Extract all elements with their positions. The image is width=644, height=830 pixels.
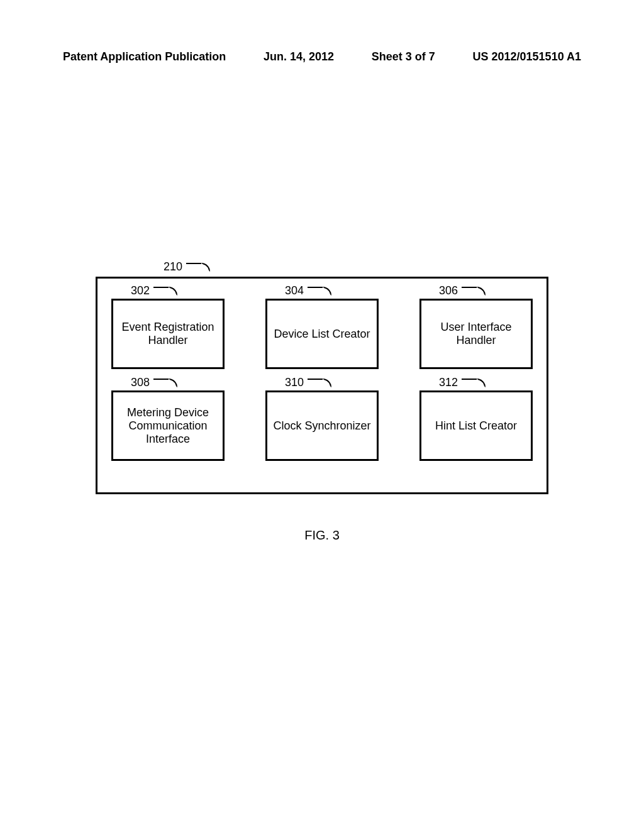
leader-line-icon (462, 379, 486, 387)
ref-label-306: 306 (439, 284, 486, 297)
header-sheet: Sheet 3 of 7 (372, 50, 435, 64)
ref-306: 306 (439, 284, 458, 297)
leader-line-icon (308, 287, 331, 296)
box-metering-device-communication-interface: 308 Metering Device Communication Interf… (111, 390, 225, 461)
label-312: Hint List Creator (435, 419, 517, 433)
box-event-registration-handler: 302 Event Registration Handler (111, 299, 225, 369)
ref-label-304: 304 (285, 284, 331, 297)
ref-label-310: 310 (285, 376, 331, 389)
header-docnum: US 2012/0151510 A1 (473, 50, 581, 64)
label-308: Metering Device Communication Interface (116, 406, 220, 446)
ref-308: 308 (131, 376, 150, 389)
ref-312: 312 (439, 376, 458, 389)
leader-line-icon (308, 379, 331, 387)
leader-line-icon (153, 379, 177, 387)
figure-caption: FIG. 3 (0, 528, 644, 543)
label-302: Event Registration Handler (116, 321, 220, 347)
ref-label-308: 308 (131, 376, 177, 389)
component-row-bottom: 308 Metering Device Communication Interf… (97, 390, 547, 461)
leader-line-icon (462, 287, 486, 296)
page-header: Patent Application Publication Jun. 14, … (0, 50, 644, 64)
outer-container-box: 302 Event Registration Handler 304 Devic… (96, 277, 548, 494)
ref-210: 210 (164, 260, 182, 274)
leader-line-icon (153, 287, 177, 296)
ref-302: 302 (131, 284, 150, 297)
label-310: Clock Synchronizer (273, 419, 370, 433)
component-row-top: 302 Event Registration Handler 304 Devic… (97, 299, 547, 369)
ref-310: 310 (285, 376, 304, 389)
box-hint-list-creator: 312 Hint List Creator (419, 390, 533, 461)
header-publication: Patent Application Publication (63, 50, 226, 64)
label-306: User Interface Handler (424, 321, 528, 347)
box-device-list-creator: 304 Device List Creator (265, 299, 379, 369)
label-304: Device List Creator (274, 328, 370, 341)
box-user-interface-handler: 306 User Interface Handler (419, 299, 533, 369)
box-clock-synchronizer: 310 Clock Synchronizer (265, 390, 379, 461)
outer-box-ref-label: 210 (164, 260, 210, 274)
header-date: Jun. 14, 2012 (264, 50, 334, 64)
caption-text: FIG. 3 (304, 528, 340, 542)
ref-label-302: 302 (131, 284, 177, 297)
leader-line-icon (186, 263, 210, 272)
ref-304: 304 (285, 284, 304, 297)
ref-label-312: 312 (439, 376, 486, 389)
